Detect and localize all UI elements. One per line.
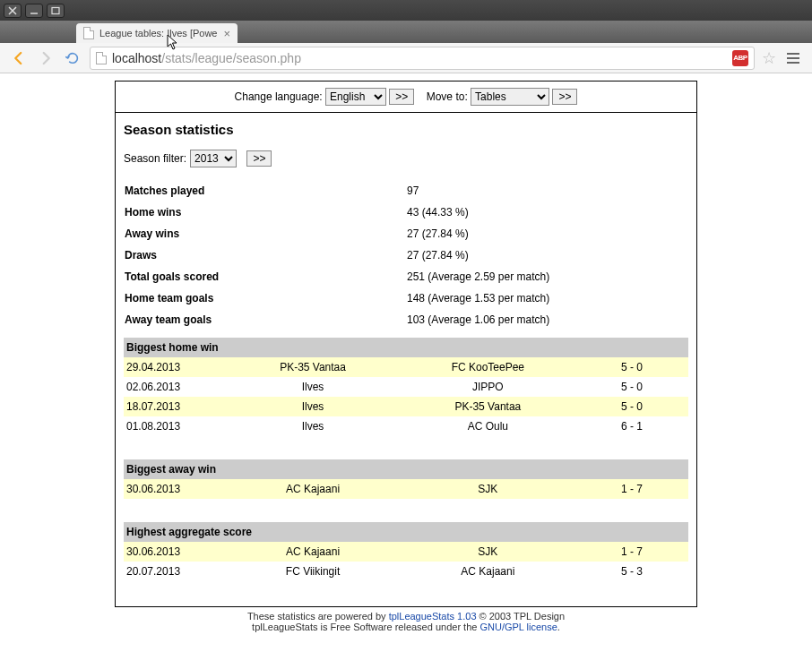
move-to-label: Move to:: [427, 90, 468, 103]
match-row: 30.06.2013AC KajaaniSJK1 - 7: [124, 542, 688, 562]
section-table: Highest aggregate score30.06.2013AC Kaja…: [124, 522, 688, 597]
season-go-button[interactable]: >>: [246, 150, 272, 167]
match-home-team: Ilves: [225, 377, 400, 397]
summary-value: 97: [406, 180, 688, 202]
window-maximize-button[interactable]: [47, 4, 65, 18]
match-row: 01.08.2013IlvesAC Oulu6 - 1: [124, 416, 688, 436]
footer-link-license[interactable]: GNU/GPL license: [479, 622, 557, 632]
match-row: 30.06.2013AC KajaaniSJK1 - 7: [124, 479, 688, 499]
bookmark-star-icon[interactable]: ☆: [762, 48, 776, 68]
browser-menu-button[interactable]: [783, 48, 803, 68]
window-minimize-button[interactable]: [25, 4, 43, 18]
match-score: 5 - 0: [575, 397, 688, 416]
change-language-label: Change language:: [235, 90, 323, 103]
page-icon: [96, 52, 107, 64]
season-select[interactable]: 2013: [190, 150, 237, 167]
summary-label: Total goals scored: [124, 266, 406, 287]
season-filter-label: Season filter:: [124, 152, 186, 165]
summary-value: 27 (27.84 %): [406, 223, 688, 244]
section-heading: Biggest away win: [124, 459, 688, 479]
summary-row: Away wins27 (27.84 %): [124, 223, 688, 244]
match-score: 5 - 3: [575, 562, 688, 581]
match-row: 29.04.2013PK-35 VantaaFC KooTeePee5 - 0: [124, 357, 688, 377]
summary-value: 251 (Average 2.59 per match): [406, 266, 688, 287]
match-away-team: FC KooTeePee: [401, 357, 575, 377]
summary-label: Away team goals: [124, 309, 406, 330]
match-score: 1 - 7: [575, 542, 688, 562]
footer-link-product[interactable]: tplLeagueStats 1.03: [389, 611, 477, 622]
match-away-team: JIPPO: [401, 377, 575, 397]
hamburger-icon: [787, 53, 799, 55]
move-to-go-button[interactable]: >>: [552, 89, 577, 105]
match-away-team: PK-35 Vantaa: [401, 397, 575, 416]
window-titlebar: [0, 0, 812, 21]
browser-tab[interactable]: League tables: Ilves [Powe ×: [76, 23, 238, 43]
match-home-team: AC Kajaani: [225, 542, 400, 562]
match-score: 6 - 1: [575, 416, 688, 436]
reload-button[interactable]: [63, 48, 82, 68]
browser-tabbar: League tables: Ilves [Powe ×: [0, 21, 812, 43]
back-button[interactable]: [9, 48, 29, 68]
match-away-team: SJK: [401, 542, 575, 562]
summary-row: Draws27 (27.84 %): [124, 244, 688, 266]
match-score: 1 - 7: [575, 479, 688, 499]
match-date: 29.04.2013: [124, 357, 225, 377]
summary-table: Matches played97Home wins43 (44.33 %)Awa…: [124, 180, 688, 330]
summary-value: 103 (Average 1.06 per match): [406, 309, 688, 330]
summary-label: Matches played: [124, 180, 406, 202]
match-date: 30.06.2013: [124, 542, 225, 562]
forward-arrow-icon: [38, 50, 54, 66]
window-close-button[interactable]: [4, 4, 22, 18]
match-date: 30.06.2013: [124, 479, 225, 499]
match-date: 01.08.2013: [124, 416, 225, 436]
match-row: 02.06.2013IlvesJIPPO5 - 0: [124, 377, 688, 397]
page-viewport: Change language: English >> Move to: Tab…: [0, 73, 812, 669]
language-go-button[interactable]: >>: [389, 89, 414, 105]
summary-label: Home wins: [124, 202, 406, 223]
tab-close-button[interactable]: ×: [223, 27, 230, 40]
section-heading: Highest aggregate score: [124, 522, 688, 542]
section-table: Biggest away win30.06.2013AC KajaaniSJK1…: [124, 459, 688, 515]
match-date: 02.06.2013: [124, 377, 225, 397]
content-area: Season statistics Season filter: 2013 >>…: [116, 113, 696, 606]
match-date: 20.07.2013: [124, 562, 225, 581]
maximize-icon: [51, 6, 60, 15]
back-arrow-icon: [11, 50, 27, 66]
url-text: localhost/stats/league/season.php: [112, 51, 301, 65]
move-to-select[interactable]: Tables: [471, 88, 549, 106]
match-row: 18.07.2013IlvesPK-35 Vantaa5 - 0: [124, 397, 688, 416]
match-home-team: Ilves: [225, 416, 400, 436]
page-icon: [83, 27, 94, 39]
summary-row: Total goals scored251 (Average 2.59 per …: [124, 266, 688, 287]
summary-value: 148 (Average 1.53 per match): [406, 287, 688, 309]
address-bar[interactable]: localhost/stats/league/season.php ABP: [90, 47, 755, 70]
match-away-team: AC Oulu: [401, 416, 575, 436]
summary-label: Home team goals: [124, 287, 406, 309]
match-score: 5 - 0: [575, 377, 688, 397]
footer: These statistics are powered by tplLeagu…: [0, 607, 812, 641]
close-icon: [8, 6, 17, 15]
page-title: Season statistics: [124, 122, 688, 137]
match-away-team: AC Kajaani: [401, 562, 575, 581]
match-home-team: FC Viikingit: [225, 562, 400, 581]
summary-value: 43 (44.33 %): [406, 202, 688, 223]
tab-title: League tables: Ilves [Powe: [99, 28, 217, 39]
summary-value: 27 (27.84 %): [406, 244, 688, 266]
browser-toolbar: localhost/stats/league/season.php ABP ☆: [0, 43, 812, 73]
forward-button[interactable]: [36, 48, 56, 68]
reload-icon: [65, 51, 80, 65]
svg-rect-0: [52, 7, 59, 13]
adblock-icon[interactable]: ABP: [732, 50, 748, 66]
match-home-team: Ilves: [225, 397, 400, 416]
season-filter-row: Season filter: 2013 >>: [124, 150, 688, 167]
summary-row: Home wins43 (44.33 %): [124, 202, 688, 223]
language-select[interactable]: English: [325, 88, 386, 106]
summary-label: Draws: [124, 244, 406, 266]
match-date: 18.07.2013: [124, 397, 225, 416]
summary-row: Home team goals148 (Average 1.53 per mat…: [124, 287, 688, 309]
section-heading: Biggest home win: [124, 338, 688, 357]
match-away-team: SJK: [401, 479, 575, 499]
minimize-icon: [30, 6, 39, 15]
summary-row: Away team goals103 (Average 1.06 per mat…: [124, 309, 688, 330]
match-home-team: AC Kajaani: [225, 479, 400, 499]
